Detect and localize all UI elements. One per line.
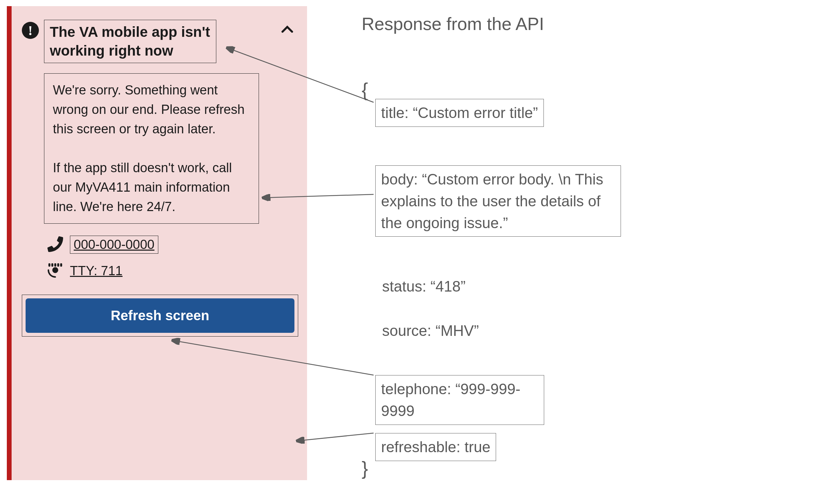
brace-open: { bbox=[362, 78, 368, 101]
api-refreshable-box: refreshable: true bbox=[375, 433, 496, 461]
refresh-button-box: Refresh screen bbox=[22, 295, 298, 337]
tty-link[interactable]: TTY: 711 bbox=[70, 264, 122, 278]
api-source-row: source: “MHV” bbox=[362, 322, 479, 339]
api-telephone-text: telephone: “999-999-9999 bbox=[381, 378, 538, 422]
alert-icon-wrapper: ! bbox=[22, 22, 39, 39]
brace-close: } bbox=[362, 457, 368, 479]
alert-header: ! The VA mobile app isn't working right … bbox=[22, 20, 297, 63]
phone-link[interactable]: 000-000-0000 bbox=[74, 237, 155, 252]
api-refreshable-text: refreshable: true bbox=[381, 436, 490, 458]
tty-icon bbox=[47, 262, 63, 279]
api-refreshable-row: refreshable: true bbox=[362, 433, 496, 461]
api-title-text: title: “Custom error title” bbox=[381, 102, 538, 124]
exclamation-icon: ! bbox=[22, 22, 39, 39]
api-status-text: status: “418” bbox=[382, 278, 466, 295]
api-response-annotation: Response from the API { title: “Custom e… bbox=[362, 14, 544, 53]
api-body-row: body: “Custom error body. \n This explai… bbox=[362, 165, 621, 237]
chevron-up-icon bbox=[281, 25, 293, 33]
collapse-toggle[interactable] bbox=[281, 25, 293, 34]
tty-row: TTY: 711 bbox=[47, 262, 297, 279]
api-body-text: body: “Custom error body. \n This explai… bbox=[381, 168, 615, 234]
api-body-box: body: “Custom error body. \n This explai… bbox=[375, 165, 621, 237]
alert-body-text: We're sorry. Something went wrong on our… bbox=[53, 80, 250, 217]
api-title-box: title: “Custom error title” bbox=[375, 99, 544, 127]
alert-title: The VA mobile app isn't working right no… bbox=[50, 23, 211, 60]
refresh-button[interactable]: Refresh screen bbox=[26, 298, 294, 333]
api-telephone-box: telephone: “999-999-9999 bbox=[375, 375, 544, 425]
phone-number-box: 000-000-0000 bbox=[70, 236, 158, 254]
error-alert-card: ! The VA mobile app isn't working right … bbox=[7, 6, 307, 480]
api-status-row: status: “418” bbox=[362, 278, 466, 295]
api-heading: Response from the API bbox=[362, 14, 544, 34]
api-source-text: source: “MHV” bbox=[382, 322, 479, 339]
api-telephone-row: telephone: “999-999-9999 bbox=[362, 375, 544, 425]
alert-body-box: We're sorry. Something went wrong on our… bbox=[44, 73, 259, 224]
phone-row: 000-000-0000 bbox=[47, 236, 297, 254]
phone-icon bbox=[47, 236, 63, 253]
api-title-row: title: “Custom error title” bbox=[362, 99, 544, 127]
alert-title-box: The VA mobile app isn't working right no… bbox=[44, 20, 216, 63]
